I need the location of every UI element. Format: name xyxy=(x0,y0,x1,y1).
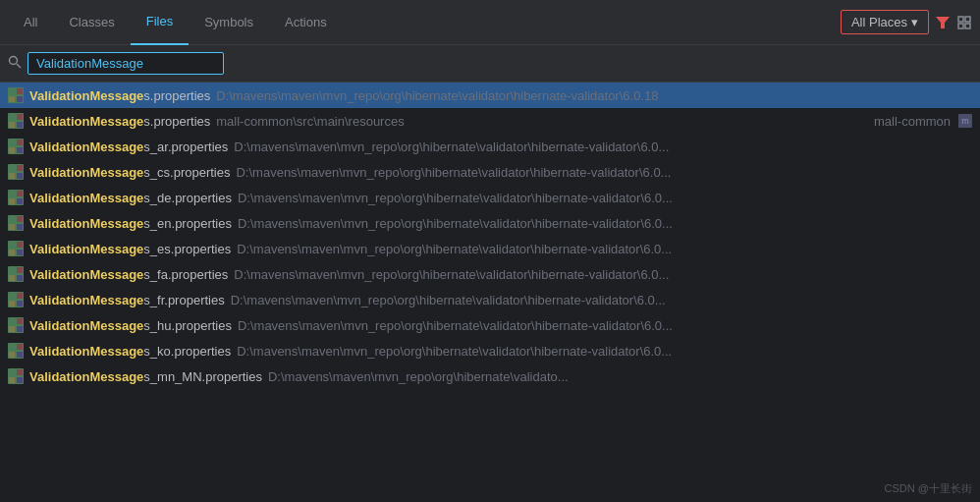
table-row[interactable]: ValidationMessages.propertiesD:\mavens\m… xyxy=(0,83,980,108)
svg-marker-0 xyxy=(936,17,950,28)
svg-rect-32 xyxy=(17,242,23,248)
file-icon xyxy=(8,113,24,129)
svg-rect-46 xyxy=(17,326,23,332)
file-icon xyxy=(8,164,24,180)
tab-all[interactable]: All xyxy=(8,0,53,45)
file-path: D:\mavens\maven\mvn_repo\org\hibernate\v… xyxy=(216,88,972,103)
table-row[interactable]: ValidationMessages_ar.propertiesD:\maven… xyxy=(0,134,980,159)
svg-rect-39 xyxy=(9,293,15,299)
table-row[interactable]: ValidationMessages_fr.propertiesD:\maven… xyxy=(0,287,980,312)
svg-rect-26 xyxy=(17,198,23,204)
svg-rect-30 xyxy=(17,224,23,230)
svg-rect-19 xyxy=(9,165,15,171)
tab-files[interactable]: Files xyxy=(131,0,189,45)
tab-symbols[interactable]: Symbols xyxy=(189,0,269,45)
file-icon xyxy=(8,266,24,282)
svg-rect-23 xyxy=(9,191,15,196)
svg-rect-43 xyxy=(9,318,15,324)
svg-rect-51 xyxy=(9,369,15,375)
file-path: D:\mavens\maven\mvn_repo\org\hibernate\v… xyxy=(237,344,972,359)
file-name: ValidationMessages_ar.properties xyxy=(29,139,228,154)
file-name: ValidationMessages.properties xyxy=(29,114,210,129)
all-places-button[interactable]: All Places ▾ xyxy=(841,10,929,34)
expand-icon xyxy=(956,15,972,30)
svg-rect-48 xyxy=(17,344,23,350)
file-path: D:\mavens\maven\mvn_repo\org\hibernate\v… xyxy=(238,216,972,231)
file-module: mall-common xyxy=(874,114,954,129)
file-icon xyxy=(8,241,24,256)
svg-rect-33 xyxy=(9,250,15,255)
tabs-container: AllClassesFilesSymbolsActions xyxy=(8,0,343,44)
file-icon xyxy=(8,343,24,359)
file-icon xyxy=(8,87,24,103)
expand-icon-button[interactable] xyxy=(956,15,972,30)
file-icon xyxy=(8,292,24,307)
svg-rect-37 xyxy=(9,275,15,281)
file-path: D:\mavens\maven\mvn_repo\org\hibernate\v… xyxy=(237,242,972,256)
tab-bar: AllClassesFilesSymbolsActions All Places… xyxy=(0,0,980,45)
table-row[interactable]: ValidationMessages_de.propertiesD:\maven… xyxy=(0,185,980,210)
svg-rect-8 xyxy=(17,88,23,94)
table-row[interactable]: ValidationMessages_fa.propertiesD:\maven… xyxy=(0,261,980,287)
file-name: ValidationMessages_hu.properties xyxy=(29,318,232,333)
svg-rect-40 xyxy=(17,293,23,299)
table-row[interactable]: ValidationMessages_es.propertiesD:\maven… xyxy=(0,236,980,261)
svg-rect-10 xyxy=(17,96,23,102)
svg-rect-35 xyxy=(9,267,15,273)
search-row xyxy=(0,45,980,83)
filter-icon-button[interactable] xyxy=(935,15,951,30)
svg-rect-3 xyxy=(958,24,963,28)
file-icon xyxy=(8,317,24,333)
tab-actions[interactable]: Actions xyxy=(269,0,343,45)
file-name: ValidationMessages_fa.properties xyxy=(29,267,228,282)
svg-rect-44 xyxy=(17,318,23,324)
file-name: ValidationMessages_ko.properties xyxy=(29,344,231,359)
svg-rect-34 xyxy=(17,250,23,255)
chevron-down-icon: ▾ xyxy=(911,15,918,29)
svg-rect-49 xyxy=(9,352,15,358)
svg-rect-45 xyxy=(9,326,15,332)
svg-rect-24 xyxy=(17,191,23,196)
svg-rect-18 xyxy=(17,147,23,153)
svg-rect-52 xyxy=(17,369,23,375)
file-path: mall-common\src\main\resources xyxy=(216,114,866,129)
svg-rect-17 xyxy=(9,147,15,153)
table-row[interactable]: ValidationMessages_cs.propertiesD:\maven… xyxy=(0,159,980,185)
svg-rect-31 xyxy=(9,242,15,248)
table-row[interactable]: ValidationMessages_hu.propertiesD:\maven… xyxy=(0,312,980,338)
table-row[interactable]: ValidationMessages_en.propertiesD:\maven… xyxy=(0,210,980,236)
file-path: D:\mavens\maven\mvn_repo\org\hibernate\v… xyxy=(234,139,972,154)
funnel-icon xyxy=(935,15,951,30)
svg-rect-36 xyxy=(17,267,23,273)
search-icon xyxy=(8,55,22,72)
file-path: D:\mavens\maven\mvn_repo\org\hibernate\v… xyxy=(238,191,972,205)
svg-rect-15 xyxy=(9,139,15,145)
svg-rect-25 xyxy=(9,198,15,204)
file-name: ValidationMessages_fr.properties xyxy=(29,293,225,307)
svg-rect-14 xyxy=(17,122,23,128)
svg-rect-1 xyxy=(958,17,963,22)
svg-rect-9 xyxy=(9,96,15,102)
svg-rect-47 xyxy=(9,344,15,350)
svg-rect-11 xyxy=(9,114,15,120)
file-icon xyxy=(8,368,24,384)
results-list: ValidationMessages.propertiesD:\mavens\m… xyxy=(0,83,980,502)
svg-rect-22 xyxy=(17,173,23,179)
file-path: D:\mavens\maven\mvn_repo\org\hibernate\v… xyxy=(268,369,972,384)
svg-rect-4 xyxy=(965,24,970,28)
svg-rect-13 xyxy=(9,122,15,128)
search-input[interactable] xyxy=(27,52,224,75)
svg-rect-54 xyxy=(17,377,23,383)
svg-rect-53 xyxy=(9,377,15,383)
table-row[interactable]: ValidationMessages_ko.propertiesD:\maven… xyxy=(0,338,980,363)
file-icon xyxy=(8,139,24,154)
file-name: ValidationMessages.properties xyxy=(29,88,210,103)
svg-rect-38 xyxy=(17,275,23,281)
svg-rect-27 xyxy=(9,216,15,222)
svg-line-6 xyxy=(17,64,21,68)
file-path: D:\mavens\maven\mvn_repo\org\hibernate\v… xyxy=(238,318,972,333)
table-row[interactable]: ValidationMessages_mn_MN.propertiesD:\ma… xyxy=(0,363,980,389)
table-row[interactable]: ValidationMessages.propertiesmall-common… xyxy=(0,108,980,134)
tab-classes[interactable]: Classes xyxy=(53,0,130,45)
svg-rect-2 xyxy=(965,17,970,22)
